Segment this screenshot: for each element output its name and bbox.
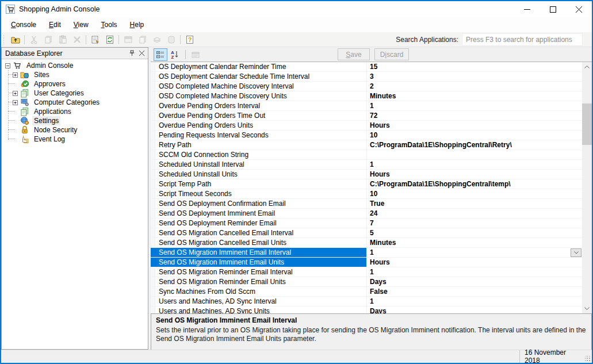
settings-row[interactable]: Pending Requests Interval Seconds10: [151, 131, 582, 140]
settings-row[interactable]: Script Temp PathC:\ProgramData\1E\Shoppi…: [151, 179, 582, 189]
copy-button[interactable]: [41, 33, 55, 47]
sidebar-item-approvers[interactable]: Approvers: [2, 79, 148, 89]
database-button[interactable]: [164, 33, 178, 47]
setting-name[interactable]: Send OS Migration Imminent Email Units: [151, 258, 366, 267]
settings-row[interactable]: Send OS Deployment Confirmation EmailTru…: [151, 199, 582, 209]
setting-value[interactable]: Days: [366, 306, 582, 313]
sidebar-item-node-security[interactable]: Node Security: [2, 125, 148, 135]
setting-name[interactable]: Overdue Pending Orders Interval: [151, 101, 366, 110]
sidebar-item-computer-categories[interactable]: +Computer Categories: [2, 98, 148, 107]
menu-item-console[interactable]: Console: [5, 18, 43, 31]
setting-value[interactable]: 2: [366, 82, 582, 91]
menu-item-help[interactable]: Help: [124, 18, 151, 31]
menu-item-tools[interactable]: Tools: [95, 18, 124, 31]
settings-row[interactable]: Send OS Migration Imminent Email UnitsHo…: [151, 258, 582, 267]
setting-value[interactable]: 72: [366, 111, 582, 120]
setting-value[interactable]: False: [366, 287, 582, 296]
setting-name[interactable]: OSD Completed Machine Discovery Units: [151, 91, 366, 101]
panel-close-icon[interactable]: [139, 51, 144, 56]
settings-row[interactable]: Send OS Migration Cancelled Email Interv…: [151, 228, 582, 238]
resize-grip[interactable]: [585, 356, 591, 362]
settings-row[interactable]: SCCM Old Connection String: [151, 150, 582, 160]
pin-icon[interactable]: [129, 50, 135, 56]
help-button[interactable]: ?: [182, 33, 197, 47]
settings-row[interactable]: Send OS Migration Reminder Email Interva…: [151, 267, 582, 277]
settings-row[interactable]: Send OS Deployment Imminent Email24: [151, 209, 582, 219]
collapse-icon[interactable]: −: [5, 63, 10, 68]
cut-button[interactable]: [26, 33, 41, 47]
setting-name[interactable]: Send OS Migration Imminent Email Interva…: [151, 248, 366, 257]
setting-name[interactable]: SCCM Old Connection String: [151, 150, 366, 159]
setting-value[interactable]: 5: [366, 228, 582, 237]
setting-value[interactable]: True: [366, 199, 582, 208]
setting-value[interactable]: 1: [366, 297, 582, 306]
property-pages-button[interactable]: [189, 48, 202, 61]
stack-button[interactable]: [150, 33, 164, 47]
setting-name[interactable]: Send OS Migration Reminder Email Units: [151, 277, 366, 286]
setting-value[interactable]: Hours: [366, 258, 582, 267]
expand-icon[interactable]: +: [13, 72, 18, 78]
setting-name[interactable]: Users and Machines, AD Sync Interval: [151, 297, 366, 306]
menu-item-edit[interactable]: Edit: [43, 18, 67, 31]
setting-value[interactable]: 1: [366, 160, 582, 169]
settings-row[interactable]: Overdue Pending Orders Time Out72: [151, 111, 582, 121]
settings-row[interactable]: Sync Machines From Old SccmFalse: [151, 287, 582, 297]
settings-row[interactable]: Overdue Pending Orders Interval1: [151, 101, 582, 111]
sidebar-item-applications[interactable]: Applications: [2, 107, 148, 116]
save-button[interactable]: Save: [338, 48, 370, 60]
discard-button[interactable]: Discard: [374, 48, 409, 60]
sidebar-item-event-log[interactable]: Event Log: [2, 135, 148, 144]
setting-name[interactable]: Overdue Pending Orders Units: [151, 121, 366, 130]
sidebar-item-user-categories[interactable]: +User Categories: [2, 89, 148, 98]
duplicate-button[interactable]: [135, 33, 150, 47]
setting-value[interactable]: Days: [366, 277, 582, 286]
menu-item-view[interactable]: View: [67, 18, 95, 31]
window-button[interactable]: [121, 33, 135, 47]
paste-button[interactable]: [55, 33, 70, 47]
scroll-up-button[interactable]: [582, 62, 592, 72]
setting-name[interactable]: Send OS Deployment Reminder Email: [151, 219, 366, 228]
settings-row[interactable]: OSD Completed Machine Discovery UnitsMin…: [151, 91, 582, 101]
categorized-button[interactable]: [154, 48, 167, 61]
setting-name[interactable]: Retry Path: [151, 140, 366, 150]
expand-icon[interactable]: +: [13, 100, 18, 105]
setting-value[interactable]: 10: [366, 189, 582, 198]
settings-row[interactable]: Scheduled Uninstall UnitsHours: [151, 170, 582, 179]
setting-value[interactable]: [366, 150, 582, 159]
sidebar-item-settings[interactable]: Settings: [2, 116, 148, 125]
setting-value[interactable]: 3: [366, 72, 582, 81]
delete-button[interactable]: [70, 33, 84, 47]
value-dropdown-button[interactable]: [571, 248, 581, 257]
close-button[interactable]: [566, 1, 592, 17]
setting-value[interactable]: 24: [366, 209, 582, 218]
setting-name[interactable]: Sync Machines From Old Sccm: [151, 287, 366, 296]
setting-value[interactable]: 1: [366, 267, 582, 277]
setting-name[interactable]: Send OS Migration Cancelled Email Interv…: [151, 228, 366, 237]
minimize-button[interactable]: [514, 1, 540, 17]
setting-value[interactable]: 7: [366, 219, 582, 228]
settings-row[interactable]: Scheduled Uninstall Interval1: [151, 160, 582, 170]
toolbar-grip[interactable]: [3, 35, 6, 44]
setting-value[interactable]: 1: [366, 248, 582, 257]
sidebar-item-sites[interactable]: +Sites: [2, 70, 148, 79]
setting-name[interactable]: Send OS Migration Cancelled Email Units: [151, 238, 366, 247]
settings-row[interactable]: Send OS Migration Imminent Email Interva…: [151, 248, 582, 258]
setting-name[interactable]: Script Timeout Seconds: [151, 189, 366, 198]
settings-row[interactable]: Send OS Migration Cancelled Email UnitsM…: [151, 238, 582, 248]
setting-name[interactable]: OSD Completed Machine Discovery Interval: [151, 82, 366, 91]
settings-row[interactable]: OS Deployment Calendar Reminder Time15: [151, 62, 582, 72]
properties-button[interactable]: [88, 33, 102, 47]
maximize-button[interactable]: [540, 1, 566, 17]
setting-value[interactable]: 15: [366, 62, 582, 71]
setting-name[interactable]: Send OS Migration Reminder Email Interva…: [151, 267, 366, 277]
setting-value[interactable]: Hours: [366, 170, 582, 179]
search-input[interactable]: [462, 33, 583, 46]
settings-row[interactable]: OS Deployment Calendar Schedule Time Int…: [151, 72, 582, 82]
sort-az-button[interactable]: AZ: [168, 48, 182, 61]
settings-row[interactable]: Send OS Deployment Reminder Email7: [151, 219, 582, 228]
setting-name[interactable]: Scheduled Uninstall Interval: [151, 160, 366, 169]
setting-value[interactable]: C:\ProgramData\1E\ShoppingCentral\Retry\: [366, 140, 582, 150]
settings-row[interactable]: Script Timeout Seconds10: [151, 189, 582, 199]
setting-value[interactable]: C:\ProgramData\1E\ShoppingCentral\temp\: [366, 179, 582, 189]
setting-name[interactable]: Script Temp Path: [151, 179, 366, 189]
